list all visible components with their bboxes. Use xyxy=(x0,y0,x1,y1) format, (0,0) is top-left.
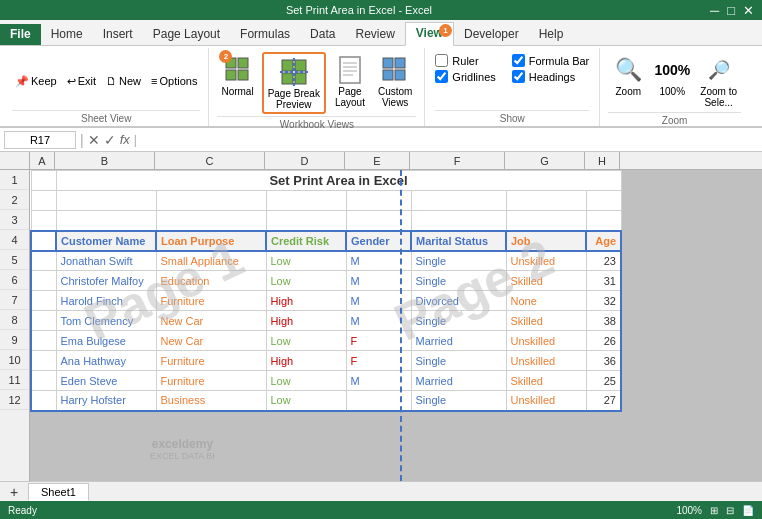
ruler-checkbox-label[interactable]: Ruler xyxy=(435,54,495,67)
zoom-100-button[interactable]: 100% 100% xyxy=(652,52,692,99)
cell-e11[interactable]: M xyxy=(346,371,411,391)
cell-g10[interactable]: Unskilled xyxy=(506,351,586,371)
gridlines-checkbox-label[interactable]: Gridlines xyxy=(435,70,495,83)
cell-e9[interactable]: F xyxy=(346,331,411,351)
tab-developer[interactable]: Developer xyxy=(454,24,529,45)
ruler-checkbox[interactable] xyxy=(435,54,448,67)
cell-f11[interactable]: Married xyxy=(411,371,506,391)
cell-d5[interactable]: Low xyxy=(266,251,346,271)
cell-f6[interactable]: Single xyxy=(411,271,506,291)
cell-a3[interactable] xyxy=(31,211,56,231)
cell-h11[interactable]: 25 xyxy=(586,371,621,391)
cell-e7[interactable]: M xyxy=(346,291,411,311)
formula-input[interactable] xyxy=(141,133,758,147)
cell-b9[interactable]: Ema Bulgese xyxy=(56,331,156,351)
tab-view[interactable]: View 1 xyxy=(405,22,454,46)
cell-d12[interactable]: Low xyxy=(266,391,346,411)
header-gender[interactable]: Gender xyxy=(346,231,411,251)
tab-data[interactable]: Data xyxy=(300,24,345,45)
insert-function-icon[interactable]: fx xyxy=(120,132,130,147)
name-box[interactable] xyxy=(4,131,76,149)
cell-g6[interactable]: Skilled xyxy=(506,271,586,291)
header-job[interactable]: Job xyxy=(506,231,586,251)
cell-d7[interactable]: High xyxy=(266,291,346,311)
cell-a1[interactable] xyxy=(31,171,56,191)
cell-b11[interactable]: Eden Steve xyxy=(56,371,156,391)
cell-c11[interactable]: Furniture xyxy=(156,371,266,391)
exit-button[interactable]: ↩ Exit xyxy=(64,73,99,90)
cell-f12[interactable]: Single xyxy=(411,391,506,411)
cell-g9[interactable]: Unskilled xyxy=(506,331,586,351)
cell-c9[interactable]: New Car xyxy=(156,331,266,351)
confirm-formula-icon[interactable]: ✓ xyxy=(104,132,116,148)
cell-h9[interactable]: 26 xyxy=(586,331,621,351)
cell-e12[interactable] xyxy=(346,391,411,411)
cell-f10[interactable]: Single xyxy=(411,351,506,371)
cell-f5[interactable]: Single xyxy=(411,251,506,271)
cell-g8[interactable]: Skilled xyxy=(506,311,586,331)
cell-g7[interactable]: None xyxy=(506,291,586,311)
formula-bar-checkbox-label[interactable]: Formula Bar xyxy=(512,54,590,67)
cell-h7[interactable]: 32 xyxy=(586,291,621,311)
cell-g12[interactable]: Unskilled xyxy=(506,391,586,411)
cell-d6[interactable]: Low xyxy=(266,271,346,291)
cell-a2[interactable] xyxy=(31,191,56,211)
cell-f9[interactable]: Married xyxy=(411,331,506,351)
tab-help[interactable]: Help xyxy=(529,24,574,45)
cell-c8[interactable]: New Car xyxy=(156,311,266,331)
cell-b7[interactable]: Harold Finch xyxy=(56,291,156,311)
cancel-formula-icon[interactable]: ✕ xyxy=(88,132,100,148)
cell-b6[interactable]: Christofer Malfoy xyxy=(56,271,156,291)
tab-page-layout[interactable]: Page Layout xyxy=(143,24,230,45)
gridlines-checkbox[interactable] xyxy=(435,70,448,83)
keep-button[interactable]: 📌 Keep xyxy=(12,73,60,90)
cell-c7[interactable]: Furniture xyxy=(156,291,266,311)
cell-c12[interactable]: Business xyxy=(156,391,266,411)
cell-h8[interactable]: 38 xyxy=(586,311,621,331)
cell-d9[interactable]: Low xyxy=(266,331,346,351)
close-icon[interactable]: ✕ xyxy=(743,3,754,18)
cell-b8[interactable]: Tom Clemency xyxy=(56,311,156,331)
cell-h10[interactable]: 36 xyxy=(586,351,621,371)
zoom-button[interactable]: 🔍 Zoom xyxy=(608,52,648,99)
cell-h6[interactable]: 31 xyxy=(586,271,621,291)
tab-review[interactable]: Review xyxy=(345,24,404,45)
cell-b12[interactable]: Harry Hofster xyxy=(56,391,156,411)
cell-h5[interactable]: 23 xyxy=(586,251,621,271)
view-page-break-icon[interactable]: ⊟ xyxy=(726,505,734,516)
tab-formulas[interactable]: Formulas xyxy=(230,24,300,45)
cell-title[interactable]: Set Print Area in Excel xyxy=(56,171,621,191)
tab-insert[interactable]: Insert xyxy=(93,24,143,45)
cell-e8[interactable]: M xyxy=(346,311,411,331)
options-button[interactable]: ≡ Options xyxy=(148,73,200,89)
cell-c6[interactable]: Education xyxy=(156,271,266,291)
add-sheet-button[interactable]: + xyxy=(4,483,24,501)
custom-views-button[interactable]: CustomViews xyxy=(374,52,416,110)
zoom-to-selection-button[interactable]: 🔎 Zoom toSele... xyxy=(696,52,741,110)
header-customer-name[interactable]: Customer Name xyxy=(56,231,156,251)
cell-e5[interactable]: M xyxy=(346,251,411,271)
header-marital-status[interactable]: Marital Status xyxy=(411,231,506,251)
cell-e6[interactable]: M xyxy=(346,271,411,291)
header-age[interactable]: Age xyxy=(586,231,621,251)
cell-h12[interactable]: 27 xyxy=(586,391,621,411)
header-credit-risk[interactable]: Credit Risk xyxy=(266,231,346,251)
sheet-tab-1[interactable]: Sheet1 xyxy=(28,483,89,501)
minimize-icon[interactable]: ─ xyxy=(710,3,719,18)
page-break-preview-button[interactable]: Page BreakPreview xyxy=(262,52,326,114)
cell-d10[interactable]: High xyxy=(266,351,346,371)
cell-g5[interactable]: Unskilled xyxy=(506,251,586,271)
cell-b10[interactable]: Ana Hathway xyxy=(56,351,156,371)
cell-b5[interactable]: Jonathan Swift xyxy=(56,251,156,271)
cell-d11[interactable]: Low xyxy=(266,371,346,391)
cell-c5[interactable]: Small Appliance xyxy=(156,251,266,271)
view-page-layout-icon[interactable]: 📄 xyxy=(742,505,754,516)
cell-f8[interactable]: Single xyxy=(411,311,506,331)
cell-d8[interactable]: High xyxy=(266,311,346,331)
page-layout-button[interactable]: PageLayout xyxy=(330,52,370,110)
formula-bar-checkbox[interactable] xyxy=(512,54,525,67)
cell-g11[interactable]: Skilled xyxy=(506,371,586,391)
headings-checkbox-label[interactable]: Headings xyxy=(512,70,590,83)
tab-home[interactable]: Home xyxy=(41,24,93,45)
tab-file[interactable]: File xyxy=(0,24,41,45)
